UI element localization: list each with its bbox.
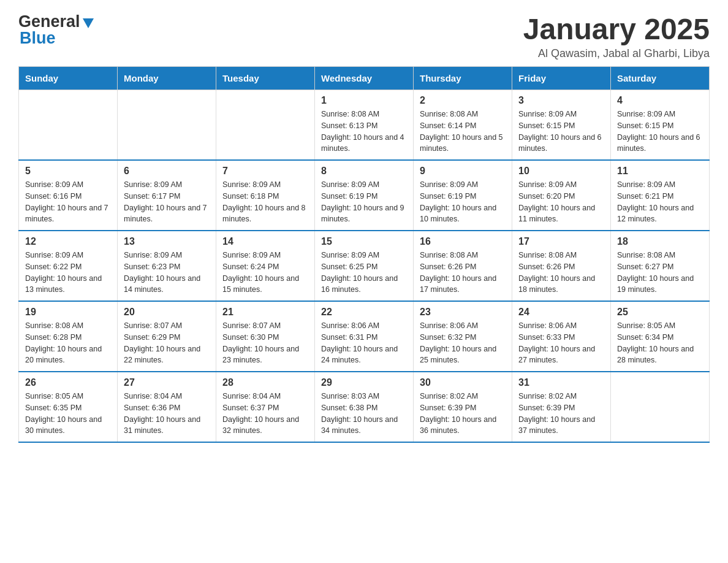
calendar-cell: 21Sunrise: 8:07 AMSunset: 6:30 PMDayligh… bbox=[216, 301, 315, 372]
day-info: Sunrise: 8:09 AMSunset: 6:23 PMDaylight:… bbox=[124, 250, 210, 296]
calendar-week-row: 19Sunrise: 8:08 AMSunset: 6:28 PMDayligh… bbox=[19, 301, 710, 372]
day-number: 21 bbox=[222, 307, 308, 318]
calendar-cell: 1Sunrise: 8:08 AMSunset: 6:13 PMDaylight… bbox=[315, 90, 414, 161]
day-info: Sunrise: 8:07 AMSunset: 6:29 PMDaylight:… bbox=[124, 320, 210, 366]
day-info: Sunrise: 8:09 AMSunset: 6:20 PMDaylight:… bbox=[518, 179, 604, 225]
day-number: 5 bbox=[25, 166, 111, 177]
day-info: Sunrise: 8:09 AMSunset: 6:19 PMDaylight:… bbox=[321, 179, 407, 225]
calendar-col-header: Thursday bbox=[414, 67, 512, 90]
day-info: Sunrise: 8:04 AMSunset: 6:37 PMDaylight:… bbox=[222, 391, 308, 437]
calendar-col-header: Monday bbox=[118, 67, 216, 90]
calendar-cell: 16Sunrise: 8:08 AMSunset: 6:26 PMDayligh… bbox=[414, 231, 512, 301]
day-info: Sunrise: 8:08 AMSunset: 6:26 PMDaylight:… bbox=[420, 250, 506, 296]
day-number: 29 bbox=[321, 377, 407, 388]
calendar-col-header: Wednesday bbox=[315, 67, 414, 90]
day-number: 13 bbox=[124, 236, 210, 247]
calendar-cell: 31Sunrise: 8:02 AMSunset: 6:39 PMDayligh… bbox=[512, 372, 611, 442]
calendar-week-row: 26Sunrise: 8:05 AMSunset: 6:35 PMDayligh… bbox=[19, 372, 710, 442]
calendar-cell: 3Sunrise: 8:09 AMSunset: 6:15 PMDaylight… bbox=[512, 90, 611, 161]
calendar-cell bbox=[118, 90, 216, 161]
day-number: 6 bbox=[124, 166, 210, 177]
calendar-cell bbox=[216, 90, 315, 161]
day-info: Sunrise: 8:09 AMSunset: 6:15 PMDaylight:… bbox=[617, 109, 703, 155]
day-number: 19 bbox=[25, 307, 111, 318]
subtitle: Al Qawasim, Jabal al Gharbi, Libya bbox=[523, 47, 710, 60]
svg-marker-0 bbox=[83, 18, 94, 28]
calendar-header-row: SundayMondayTuesdayWednesdayThursdayFrid… bbox=[19, 67, 710, 90]
calendar-cell: 6Sunrise: 8:09 AMSunset: 6:17 PMDaylight… bbox=[118, 160, 216, 231]
page-title: January 2025 bbox=[523, 12, 710, 46]
calendar-cell: 27Sunrise: 8:04 AMSunset: 6:36 PMDayligh… bbox=[118, 372, 216, 442]
day-number: 14 bbox=[222, 236, 308, 247]
day-info: Sunrise: 8:06 AMSunset: 6:31 PMDaylight:… bbox=[321, 320, 407, 366]
calendar-cell: 12Sunrise: 8:09 AMSunset: 6:22 PMDayligh… bbox=[19, 231, 118, 301]
day-number: 17 bbox=[518, 236, 604, 247]
day-info: Sunrise: 8:08 AMSunset: 6:26 PMDaylight:… bbox=[518, 250, 604, 296]
day-number: 27 bbox=[124, 377, 210, 388]
title-block: January 2025 Al Qawasim, Jabal al Gharbi… bbox=[523, 12, 710, 60]
day-number: 31 bbox=[518, 377, 604, 388]
logo: General Blue bbox=[18, 12, 95, 48]
day-info: Sunrise: 8:08 AMSunset: 6:13 PMDaylight:… bbox=[321, 109, 407, 155]
day-info: Sunrise: 8:08 AMSunset: 6:28 PMDaylight:… bbox=[25, 320, 111, 366]
calendar-cell: 5Sunrise: 8:09 AMSunset: 6:16 PMDaylight… bbox=[19, 160, 118, 231]
day-info: Sunrise: 8:09 AMSunset: 6:22 PMDaylight:… bbox=[25, 250, 111, 296]
calendar-cell: 30Sunrise: 8:02 AMSunset: 6:39 PMDayligh… bbox=[414, 372, 512, 442]
day-info: Sunrise: 8:05 AMSunset: 6:35 PMDaylight:… bbox=[25, 391, 111, 437]
day-number: 9 bbox=[420, 166, 506, 177]
calendar-cell: 17Sunrise: 8:08 AMSunset: 6:26 PMDayligh… bbox=[512, 231, 611, 301]
calendar-cell: 11Sunrise: 8:09 AMSunset: 6:21 PMDayligh… bbox=[611, 160, 710, 231]
day-info: Sunrise: 8:09 AMSunset: 6:18 PMDaylight:… bbox=[222, 179, 308, 225]
calendar-cell: 8Sunrise: 8:09 AMSunset: 6:19 PMDaylight… bbox=[315, 160, 414, 231]
day-number: 8 bbox=[321, 166, 407, 177]
day-info: Sunrise: 8:05 AMSunset: 6:34 PMDaylight:… bbox=[617, 320, 703, 366]
day-number: 2 bbox=[420, 95, 506, 106]
day-number: 15 bbox=[321, 236, 407, 247]
calendar-col-header: Tuesday bbox=[216, 67, 315, 90]
day-info: Sunrise: 8:02 AMSunset: 6:39 PMDaylight:… bbox=[420, 391, 506, 437]
day-number: 18 bbox=[617, 236, 703, 247]
day-info: Sunrise: 8:09 AMSunset: 6:24 PMDaylight:… bbox=[222, 250, 308, 296]
calendar-cell: 4Sunrise: 8:09 AMSunset: 6:15 PMDaylight… bbox=[611, 90, 710, 161]
calendar-week-row: 5Sunrise: 8:09 AMSunset: 6:16 PMDaylight… bbox=[19, 160, 710, 231]
calendar-cell: 2Sunrise: 8:08 AMSunset: 6:14 PMDaylight… bbox=[414, 90, 512, 161]
day-number: 1 bbox=[321, 95, 407, 106]
calendar-cell: 15Sunrise: 8:09 AMSunset: 6:25 PMDayligh… bbox=[315, 231, 414, 301]
day-info: Sunrise: 8:03 AMSunset: 6:38 PMDaylight:… bbox=[321, 391, 407, 437]
logo-blue-text: Blue bbox=[20, 29, 56, 47]
calendar-cell: 13Sunrise: 8:09 AMSunset: 6:23 PMDayligh… bbox=[118, 231, 216, 301]
day-number: 16 bbox=[420, 236, 506, 247]
day-info: Sunrise: 8:08 AMSunset: 6:14 PMDaylight:… bbox=[420, 109, 506, 155]
calendar-table: SundayMondayTuesdayWednesdayThursdayFrid… bbox=[18, 66, 710, 443]
day-info: Sunrise: 8:09 AMSunset: 6:19 PMDaylight:… bbox=[420, 179, 506, 225]
day-info: Sunrise: 8:06 AMSunset: 6:33 PMDaylight:… bbox=[518, 320, 604, 366]
calendar-cell: 14Sunrise: 8:09 AMSunset: 6:24 PMDayligh… bbox=[216, 231, 315, 301]
logo-triangle-icon bbox=[82, 16, 95, 29]
day-info: Sunrise: 8:09 AMSunset: 6:21 PMDaylight:… bbox=[617, 179, 703, 225]
day-number: 3 bbox=[518, 95, 604, 106]
day-number: 26 bbox=[25, 377, 111, 388]
calendar-cell: 24Sunrise: 8:06 AMSunset: 6:33 PMDayligh… bbox=[512, 301, 611, 372]
day-number: 22 bbox=[321, 307, 407, 318]
calendar-cell: 9Sunrise: 8:09 AMSunset: 6:19 PMDaylight… bbox=[414, 160, 512, 231]
calendar-cell: 18Sunrise: 8:08 AMSunset: 6:27 PMDayligh… bbox=[611, 231, 710, 301]
calendar-cell: 10Sunrise: 8:09 AMSunset: 6:20 PMDayligh… bbox=[512, 160, 611, 231]
day-info: Sunrise: 8:08 AMSunset: 6:27 PMDaylight:… bbox=[617, 250, 703, 296]
day-info: Sunrise: 8:09 AMSunset: 6:16 PMDaylight:… bbox=[25, 179, 111, 225]
calendar-cell: 25Sunrise: 8:05 AMSunset: 6:34 PMDayligh… bbox=[611, 301, 710, 372]
calendar-col-header: Friday bbox=[512, 67, 611, 90]
page-header: General Blue January 2025 Al Qawasim, Ja… bbox=[18, 12, 710, 60]
calendar-col-header: Saturday bbox=[611, 67, 710, 90]
calendar-cell bbox=[19, 90, 118, 161]
calendar-cell: 19Sunrise: 8:08 AMSunset: 6:28 PMDayligh… bbox=[19, 301, 118, 372]
day-info: Sunrise: 8:09 AMSunset: 6:25 PMDaylight:… bbox=[321, 250, 407, 296]
calendar-cell: 20Sunrise: 8:07 AMSunset: 6:29 PMDayligh… bbox=[118, 301, 216, 372]
calendar-cell bbox=[611, 372, 710, 442]
day-number: 20 bbox=[124, 307, 210, 318]
day-number: 4 bbox=[617, 95, 703, 106]
day-number: 25 bbox=[617, 307, 703, 318]
day-number: 28 bbox=[222, 377, 308, 388]
calendar-cell: 22Sunrise: 8:06 AMSunset: 6:31 PMDayligh… bbox=[315, 301, 414, 372]
calendar-cell: 29Sunrise: 8:03 AMSunset: 6:38 PMDayligh… bbox=[315, 372, 414, 442]
day-number: 10 bbox=[518, 166, 604, 177]
